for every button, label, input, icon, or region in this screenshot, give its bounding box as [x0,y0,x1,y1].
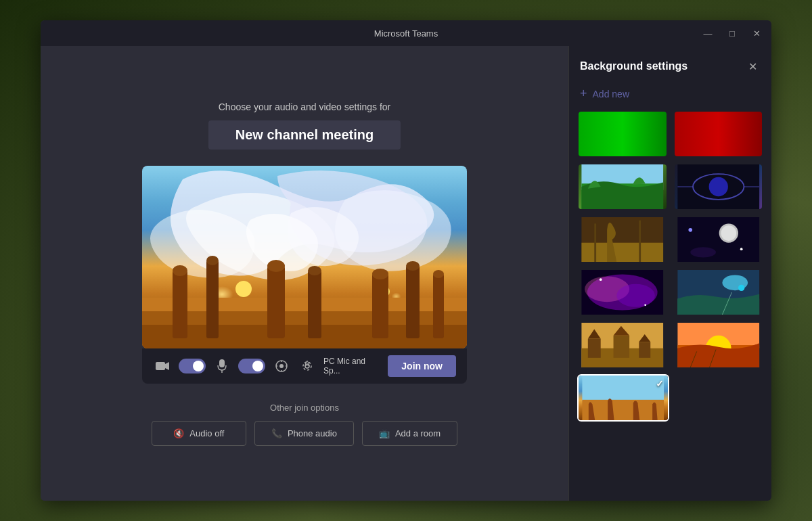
svg-point-13 [267,260,285,272]
bg-row-2 [577,216,763,263]
bg-thumb-green-inner [579,112,667,156]
svg-rect-22 [156,362,165,370]
bg-thumb-scifi[interactable] [673,163,764,210]
bg-thumb-sunset-inner [675,323,763,367]
bg-thumb-nature[interactable] [577,163,668,210]
meeting-title-box: New channel meeting [208,120,401,150]
svg-rect-20 [433,274,444,338]
bg-thumb-village-inner [579,323,667,367]
bg-thumb-desert[interactable]: ✓ [577,374,669,422]
svg-point-9 [173,265,187,276]
selected-checkmark: ✓ [656,378,664,389]
bg-thumb-fantasy-inner [579,217,667,262]
svg-point-47 [721,225,736,241]
bg-thumb-sunset[interactable] [673,321,764,369]
main-content: Choose your audio and video settings for… [41,46,771,501]
svg-rect-10 [206,260,219,338]
gear-icon[interactable] [298,357,317,376]
bg-thumb-darkspace-inner [675,217,763,262]
add-new-plus-icon: + [580,87,587,101]
svg-point-49 [688,228,692,232]
bg-thumb-nebula[interactable] [577,269,668,316]
svg-point-48 [690,247,716,257]
svg-point-2 [235,281,252,297]
bg-thumb-village[interactable] [577,321,668,369]
svg-point-19 [406,261,420,271]
close-button[interactable]: ✕ [750,28,763,39]
svg-rect-68 [639,342,650,358]
svg-rect-64 [588,339,601,358]
teams-window: Microsoft Teams — □ ✕ Choose your audio … [41,20,771,501]
title-bar-controls: — □ ✕ [525,28,763,39]
svg-rect-16 [372,274,388,338]
audio-off-icon: 🔇 [173,428,184,438]
svg-rect-42 [581,243,663,262]
bg-thumb-fantasy[interactable] [577,216,668,263]
room-icon: 📺 [379,428,390,438]
background-grid: ✓ [569,110,771,501]
video-canvas [142,166,467,348]
bg-empty-slot [675,374,764,422]
svg-point-38 [708,177,727,196]
svg-rect-12 [267,266,285,338]
bg-thumb-alien-inner [675,270,763,315]
bg-thumb-darkspace[interactable] [673,216,764,263]
svg-marker-23 [165,362,169,370]
svg-point-54 [616,284,655,307]
device-label: PC Mic and Sp... [323,357,381,376]
bg-panel-title: Background settings [580,60,687,72]
mic-icon[interactable] [212,357,231,376]
bg-row-1 [577,163,763,210]
mic-toggle[interactable] [238,359,265,373]
svg-point-11 [206,256,219,265]
title-bar: Microsoft Teams — □ ✕ [41,20,771,46]
other-join-label: Other join options [68,403,541,413]
minimize-button[interactable]: — [701,28,715,39]
window-title: Microsoft Teams [374,28,438,39]
video-toggle[interactable] [179,359,206,373]
mic-toggle-knob [252,361,263,371]
svg-point-50 [740,248,742,250]
join-now-button[interactable]: Join now [388,355,456,377]
bg-row-4 [577,321,763,369]
meeting-title: New channel meeting [235,127,374,142]
effects-icon[interactable] [272,357,291,376]
add-new-label: Add new [593,89,629,99]
camera-icon[interactable] [153,357,172,376]
bg-row-5: ✓ [577,374,763,422]
svg-point-21 [433,270,444,278]
phone-icon: 📞 [271,428,282,438]
phone-audio-button[interactable]: 📞 Phone audio [254,421,354,446]
phone-audio-label: Phone audio [288,428,337,438]
svg-rect-45 [677,217,759,262]
bg-close-button[interactable]: ✕ [744,58,761,74]
svg-point-56 [644,304,646,306]
svg-point-17 [372,269,388,279]
meeting-panel: Choose your audio and video settings for… [41,46,568,501]
background-settings-panel: Background settings ✕ + Add new [568,46,771,501]
video-art [142,166,467,348]
audio-off-button[interactable]: 🔇 Audio off [152,421,246,446]
svg-rect-75 [582,376,664,401]
audio-off-label: Audio off [189,428,224,438]
svg-point-27 [279,364,284,368]
add-new-button[interactable]: + Add new [569,83,771,110]
video-preview [142,166,467,348]
bg-thumb-desert-inner [579,376,668,420]
title-bar-center: Microsoft Teams [287,28,525,39]
svg-rect-24 [219,359,225,367]
bg-thumb-alien[interactable] [673,269,764,316]
bg-thumb-green[interactable] [577,110,668,158]
svg-rect-14 [308,271,321,338]
bg-thumb-red[interactable] [673,110,764,158]
join-options-row: 🔇 Audio off 📞 Phone audio 📺 Add a room [68,421,541,446]
video-toggle-knob [193,361,204,371]
maximize-button[interactable]: □ [725,28,739,39]
svg-rect-66 [614,336,630,358]
add-room-label: Add a room [395,428,441,438]
svg-rect-43 [594,223,596,262]
add-room-button[interactable]: 📺 Add a room [362,421,457,446]
bg-panel-header: Background settings ✕ [569,46,771,83]
bg-thumb-red-inner [675,112,763,156]
bg-thumb-nature-inner [579,164,667,209]
